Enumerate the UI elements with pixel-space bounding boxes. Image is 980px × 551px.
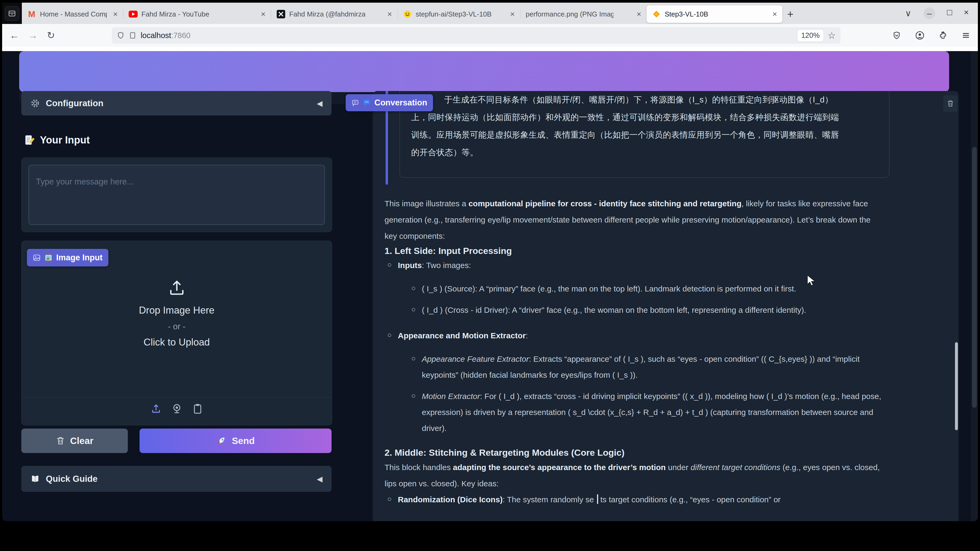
tab-close-icon[interactable]: × — [111, 10, 118, 19]
text-caret — [597, 494, 598, 504]
upload-icon — [167, 278, 186, 297]
tab-title: Fahd Mirza - YouTube — [142, 10, 209, 18]
tab-title: Home - Massed Compute — [40, 10, 107, 18]
configuration-accordion[interactable]: Configuration ◀ — [21, 91, 332, 116]
window-close-button[interactable]: × — [964, 8, 969, 19]
window-maximize-button[interactable]: □ — [947, 8, 952, 19]
new-tab-button[interactable]: + — [787, 8, 793, 20]
tab-close-icon[interactable]: × — [259, 10, 266, 19]
zoom-level-badge[interactable]: 120% — [797, 30, 823, 41]
tab-close-icon[interactable]: × — [385, 10, 392, 19]
url-toolbar: ← → ↻ localhost:7860 120% ☆ — [2, 24, 978, 47]
upload-source-icon[interactable] — [150, 403, 162, 414]
md-paragraph: This block handles adapting the source’s… — [385, 459, 884, 492]
send-button[interactable]: Send — [140, 429, 332, 453]
chinese-line: 的开合状态）等。 — [411, 147, 478, 158]
drop-image-text: Drop Image Here — [22, 305, 332, 316]
clear-label: Clear — [70, 435, 94, 446]
collapse-arrow-icon[interactable]: ◀ — [317, 99, 323, 108]
shield-permissions-icon[interactable] — [117, 32, 125, 40]
image-input-label: Image Input — [56, 253, 103, 262]
assistant-markdown: This image illustrates a computational p… — [385, 195, 884, 508]
tab-title: stepfun-ai/Step3-VL-10B — [416, 10, 492, 18]
window-corner — [2, 3, 22, 24]
list-all-tabs-chevron-icon[interactable]: ∨ — [905, 8, 911, 18]
webcam-source-icon[interactable] — [171, 403, 183, 414]
tab-performance-png[interactable]: performance.png (PNG Imag × — [520, 5, 647, 23]
browser-scrollbar-thumb[interactable] — [972, 147, 977, 408]
browser-scrollbar[interactable] — [971, 51, 978, 521]
menu-hamburger-icon[interactable] — [961, 31, 970, 40]
tab-home-massed-compute[interactable]: M Home - Massed Compute × — [22, 5, 123, 23]
chinese-line: 上，同时保持运动（比如面部动作）和外观的一致性，通过可训练的变形和解码模块，结合… — [411, 112, 839, 123]
message-textarea[interactable]: Type your message here... — [29, 165, 325, 225]
forward-button[interactable]: → — [28, 30, 38, 41]
md-list-item: Randomization (Dice Icons): The system r… — [386, 492, 884, 508]
panel-scrollbar-thumb[interactable] — [955, 342, 958, 430]
saved-logins-shield-icon[interactable] — [892, 31, 901, 40]
gear-icon — [30, 98, 40, 108]
massed-compute-favicon: M — [27, 10, 36, 19]
tab-stepfun-huggingface[interactable]: stepfun-ai/Step3-VL-10B × — [398, 5, 520, 23]
huggingface-favicon — [403, 10, 412, 19]
tab-step3-vl-10b-active[interactable]: Step3-VL-10B × — [647, 5, 783, 23]
md-list-item: Appearance Feature Extractor: Extracts “… — [410, 351, 884, 383]
image-input-card: Image Input Drop Image Here - or - Click… — [21, 241, 332, 426]
url-text: localhost:7860 — [141, 31, 190, 40]
tab-youtube[interactable]: Fahd Mirza - YouTube × — [123, 5, 271, 23]
framed-picture-icon — [45, 254, 52, 262]
conversation-pill: Conversation — [346, 94, 433, 111]
clear-button[interactable]: Clear — [21, 429, 128, 453]
gradio-page: Configuration ◀ Your Input Type your mes… — [2, 51, 978, 521]
configuration-label: Configuration — [46, 98, 103, 108]
image-dropzone[interactable]: Drop Image Here - or - Click to Upload — [22, 278, 332, 348]
account-icon[interactable] — [915, 30, 924, 40]
step3-favicon — [652, 10, 661, 19]
url-field[interactable]: localhost:7860 120% ☆ — [112, 27, 840, 44]
card-divider — [22, 397, 332, 398]
chinese-line: 训练。应用场景可能是虚拟形象生成、表情重定向（比如把一个演员的表情应用到另一个角… — [411, 129, 839, 141]
image-outline-icon — [33, 254, 41, 262]
page-info-icon[interactable] — [129, 32, 136, 40]
x-favicon — [277, 10, 285, 19]
firefox-view-button[interactable] — [5, 6, 19, 21]
mouse-cursor — [807, 275, 817, 286]
md-list-item: Appearance and Motion Extractor: — [386, 328, 884, 344]
bookmark-star-icon[interactable]: ☆ — [828, 30, 836, 41]
image-input-pill: Image Input — [27, 249, 108, 267]
tab-close-icon[interactable]: × — [508, 10, 515, 19]
rocket-icon — [216, 435, 227, 446]
send-label: Send — [232, 435, 255, 446]
chat-outline-icon — [352, 99, 359, 106]
your-input-label: Your Input — [40, 135, 90, 146]
delete-message-button[interactable] — [943, 95, 958, 112]
back-button[interactable]: ← — [10, 30, 19, 41]
trash-icon — [946, 99, 955, 108]
memo-icon — [24, 134, 35, 146]
md-list-item: Motion Extractor: For ( I_d ), extracts … — [410, 388, 884, 436]
md-heading: 1. Left Side: Input Processing — [385, 244, 884, 257]
your-input-heading: Your Input — [24, 134, 90, 146]
tab-title: performance.png (PNG Imag — [526, 10, 614, 18]
drawer-icon — [8, 9, 16, 17]
tab-bar: M Home - Massed Compute × Fahd Mirza - Y… — [2, 3, 978, 24]
quick-guide-accordion[interactable]: Quick Guide ◀ — [21, 466, 332, 492]
md-list-item: Inputs: Two images: — [386, 257, 884, 273]
reload-button[interactable]: ↻ — [47, 30, 55, 41]
browser-window: M Home - Massed Compute × Fahd Mirza - Y… — [2, 3, 978, 521]
chinese-message-box: 于生成在不同目标条件（如眼睛开/闭、嘴唇开/闭）下，将源图像（I_s）的特征重定… — [399, 91, 889, 178]
extensions-puzzle-icon[interactable] — [939, 31, 948, 40]
window-minimize-button[interactable]: – — [924, 8, 935, 19]
collapse-arrow-icon[interactable]: ◀ — [317, 475, 323, 483]
clipboard-source-icon[interactable] — [192, 403, 204, 414]
tab-close-icon[interactable]: × — [770, 10, 777, 19]
md-paragraph: This image illustrates a computational p… — [385, 195, 884, 244]
conversation-panel: 于生成在不同目标条件（如眼睛开/闭、嘴唇开/闭）下，将源图像（I_s）的特征重定… — [373, 91, 959, 521]
youtube-favicon — [129, 10, 138, 19]
conversation-label: Conversation — [374, 98, 427, 108]
header-banner — [19, 51, 949, 92]
or-text: - or - — [22, 322, 332, 332]
tab-x-profile[interactable]: Fahd Mirza (@fahdmirza × — [271, 5, 397, 23]
tab-close-icon[interactable]: × — [634, 10, 641, 19]
tab-title: Fahd Mirza (@fahdmirza — [289, 10, 365, 18]
